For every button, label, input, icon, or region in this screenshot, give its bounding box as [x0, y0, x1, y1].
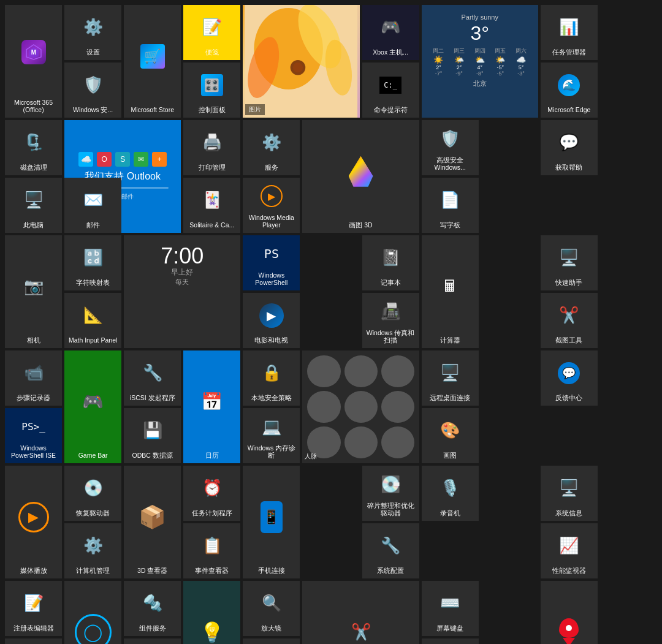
tile-ms365[interactable]: M Microsoft 365 (Office) — [5, 5, 62, 118]
tile-ms-store[interactable]: 🛒 Microsoft Store — [124, 5, 181, 118]
tile-ps-ise[interactable]: PS>_ Windows PowerShell ISE — [5, 408, 62, 463]
tile-mail[interactable]: ✉️ 邮件 — [64, 178, 121, 233]
tile-edge[interactable]: 🌊 Microsoft Edge — [541, 63, 598, 118]
camera-label: 相机 — [7, 336, 59, 344]
tile-win-admin[interactable]: 🛠️ Windows 管理工具 — [422, 638, 479, 644]
tile-phone-link[interactable]: 📱 手机连接 — [243, 466, 300, 578]
tile-paint3d[interactable]: 画图 3D — [302, 120, 419, 233]
ps-ise-icon: PS>_ — [19, 419, 48, 435]
tile-weather[interactable]: Partly sunny 3° 周二☀️2°-7°周三🌤️2°-9°周四⛅4°-… — [422, 5, 538, 118]
tile-task-sched[interactable]: ⏰ 任务计划程序 — [183, 466, 240, 521]
media2-icon: 💿 — [83, 479, 103, 498]
tile-local-sec[interactable]: 🔒 本地安全策略 — [243, 350, 300, 406]
tile-get-help[interactable]: 💬 获取帮助 — [541, 120, 598, 175]
local-sec-icon: 🔒 — [262, 363, 281, 382]
tile-iscsi[interactable]: 🔧 iSCSI 发起程序 — [124, 350, 181, 406]
tile-steps-rec[interactable]: 📹 步骤记录器 — [5, 350, 62, 406]
tile-notepad-win[interactable]: 📄 写字板 — [422, 178, 479, 233]
tile-quick-assist[interactable]: 🖥️ 快速助手 — [541, 235, 598, 290]
tile-camera[interactable]: 📷 相机 — [5, 235, 62, 348]
tile-sys-config[interactable]: 🔧 系统配置 — [362, 523, 419, 578]
tile-comp-mgr[interactable]: ⚙️ 计算机管理 — [64, 523, 121, 578]
tile-tips[interactable]: 💡 提示 — [183, 581, 240, 644]
tile-win-speech[interactable]: 🎤 Windows 语音识别 — [124, 638, 181, 644]
com-services-label: 组件服务 — [126, 624, 178, 632]
tile-com-services[interactable]: 🔩 组件服务 — [124, 581, 181, 636]
tile-win-mem[interactable]: 💻 Windows 内存诊断 — [243, 408, 300, 463]
tile-xbox[interactable]: 🎮 Xbox 主机... — [362, 5, 419, 60]
tile-regedit[interactable]: 📝 注册表编辑器 — [5, 581, 62, 636]
tile-narrator[interactable]: 🔊 讲述人 — [243, 638, 300, 644]
movies-label: 电影和电视 — [245, 336, 297, 344]
tile-win-fax[interactable]: 📠 Windows 传真和扫描 — [362, 293, 419, 348]
tile-xbox-game-bar2[interactable]: ▶ 媒体播放 — [5, 466, 62, 578]
tile-cmd[interactable]: C:_ 命令提示符 — [362, 63, 419, 118]
tile-game-bar[interactable]: 🎮 Game Bar — [64, 350, 121, 463]
mail-label: 邮件 — [67, 221, 119, 229]
tile-magnifier[interactable]: 🔍 放大镜 — [243, 581, 300, 636]
tile-movies[interactable]: ▶ 电影和电视 — [243, 293, 300, 348]
tile-diskclean[interactable]: 🗜️ 磁盘清理 — [5, 120, 62, 175]
tile-defrag[interactable]: 💽 碎片整理和优化驱动器 — [362, 466, 419, 521]
magnifier-icon-wrap: 🔍 — [262, 585, 281, 622]
tile-time[interactable]: 7:00 早上好 每天 — [124, 235, 240, 348]
feedback-icon-wrap: 💬 — [558, 354, 580, 392]
tile-win-security[interactable]: 🛡️ Windows 安... — [64, 63, 121, 118]
tile-notepad[interactable]: 📓 记事本 — [362, 235, 419, 290]
tile-advanced-security[interactable]: 🛡️ 高级安全 Windows... — [422, 120, 479, 175]
tile-char-map[interactable]: 🔡 字符映射表 — [64, 235, 121, 290]
tile-taskmgr[interactable]: 📊 任务管理器 — [541, 5, 598, 60]
contacts-label: 人脉 — [305, 452, 317, 461]
tile-photos[interactable]: 图片 — [243, 5, 359, 118]
event-viewer-label: 事件查看器 — [186, 567, 238, 575]
tile-3d-viewer[interactable]: 📦 3D 查看器 — [124, 466, 181, 578]
cmd-icon: C:_ — [379, 77, 401, 94]
tile-services[interactable]: ⚙️ 服务 — [243, 120, 300, 175]
defrag-icon: 💽 — [381, 475, 400, 494]
notepad-icon-wrap: 📓 — [381, 239, 400, 276]
tile-perf-mon[interactable]: 📈 性能监视器 — [541, 523, 598, 578]
win-mem-icon-wrap: 💻 — [262, 412, 281, 442]
tile-odbc[interactable]: 💾 ODBC 数据源 — [124, 408, 181, 463]
powershell-label: Windows PowerShell — [245, 271, 297, 287]
tile-screen-kbd[interactable]: ⌨️ 屏幕键盘 — [422, 581, 479, 636]
tile-contacts[interactable]: 人脉 — [302, 350, 419, 463]
notepad-win-icon: 📄 — [440, 191, 460, 210]
quick-assist-icon-wrap: 🖥️ — [559, 239, 579, 276]
3d-viewer-label: 3D 查看器 — [126, 567, 178, 575]
tile-calendar[interactable]: 📅 日历 — [183, 350, 240, 463]
tile-feedback[interactable]: 💬 反馈中心 — [541, 350, 598, 406]
tile-maps[interactable]: 地图 — [541, 581, 598, 644]
sticky-icon-wrap: 📝 — [202, 9, 222, 46]
paint-icon: 🎨 — [440, 421, 460, 440]
tile-snip[interactable]: ✂️ 截图工具 — [541, 293, 598, 348]
tile-control[interactable]: 🎛️ 控制面板 — [183, 63, 240, 118]
remote-desktop-label: 远程桌面连接 — [424, 394, 476, 402]
tile-remote-desktop[interactable]: 🖥️ 远程桌面连接 — [422, 350, 479, 406]
tile-recorder[interactable]: 🎙️ 录音机 — [422, 466, 479, 521]
tile-settings[interactable]: ⚙️ 设置 — [64, 5, 121, 60]
circles-grid — [302, 350, 419, 463]
tile-print-mgr[interactable]: 🖨️ 打印管理 — [183, 120, 240, 175]
tile-media2[interactable]: 💿 恢复驱动器 — [64, 466, 121, 521]
perf-mon-icon: 📈 — [559, 536, 579, 555]
sys-config-icon: 🔧 — [381, 536, 400, 555]
tile-math-input[interactable]: 📐 Math Input Panel — [64, 293, 121, 348]
paint-label: 画图 — [424, 452, 476, 460]
tile-this-pc[interactable]: 🖥️ 此电脑 — [5, 178, 62, 233]
tile-paint[interactable]: 🎨 画图 — [422, 408, 479, 463]
tile-calculator[interactable]: 🖩 计算器 — [422, 235, 479, 348]
tile-res-monitor[interactable]: 🔭 资源视图器 — [5, 638, 62, 644]
play-button-icon: ▶ — [18, 502, 49, 532]
contact-circle — [307, 355, 340, 387]
advanced-security-label: 高级安全 Windows... — [424, 156, 476, 172]
tile-sysinfo[interactable]: 🖥️ 系统信息 — [541, 466, 598, 521]
tile-snip2[interactable]: ✂️ 截图和草图 — [302, 581, 419, 644]
steps-rec-icon: 📹 — [24, 363, 44, 382]
tile-cortana[interactable]: ◯ Cortana — [64, 581, 121, 644]
tile-powershell[interactable]: PS Windows PowerShell — [243, 235, 300, 290]
tile-solitaire[interactable]: 🃏 Solitaire & Ca... — [183, 178, 240, 233]
tile-event-viewer[interactable]: 📋 事件查看器 — [183, 523, 240, 578]
tile-sticky[interactable]: 📝 便笺 — [183, 5, 240, 60]
tile-media-player[interactable]: ▶ Windows Media Player — [243, 178, 300, 233]
